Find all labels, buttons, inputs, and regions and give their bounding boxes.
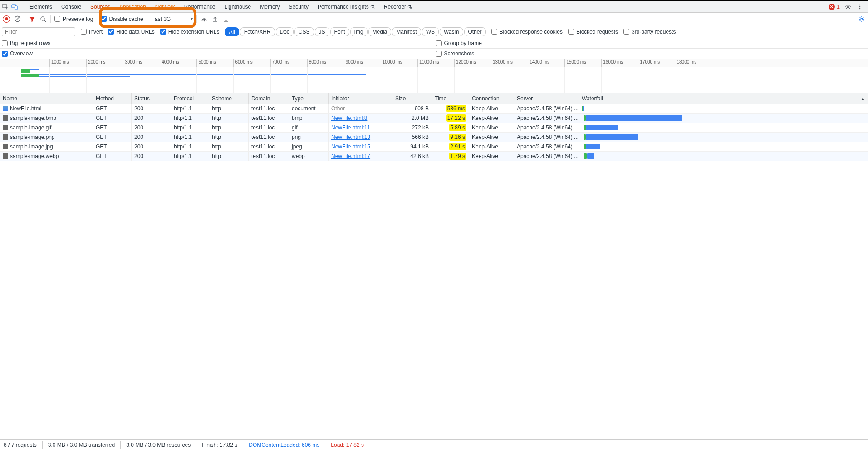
file-name: NewFile.html [10, 105, 41, 112]
status-domcontentloaded: DOMContentLoaded: 606 ms [249, 442, 319, 448]
disable-cache-checkbox[interactable]: Disable cache [101, 16, 143, 22]
cell: test11.loc [249, 152, 289, 161]
filter-type-wasm[interactable]: Wasm [440, 27, 463, 36]
device-toggle-icon[interactable] [11, 3, 18, 10]
filter-type-fetch-xhr[interactable]: Fetch/XHR [240, 27, 275, 36]
filter-icon[interactable] [29, 15, 36, 23]
cell: Apache/2.4.58 (Win64) ... [514, 114, 579, 123]
cell: sample-image.jpg [0, 142, 93, 151]
column-size[interactable]: Size [392, 93, 432, 104]
column-server[interactable]: Server [514, 93, 579, 104]
filter-type-css[interactable]: CSS [294, 27, 314, 36]
table-row[interactable]: sample-image.pngGET200http/1.1httptest11… [0, 133, 868, 142]
network-settings-icon[interactable] [858, 15, 865, 23]
filter-type-media[interactable]: Media [368, 27, 392, 36]
record-button[interactable] [3, 15, 10, 23]
initiator-link[interactable]: NewFile.html:17 [331, 153, 370, 159]
filter-input[interactable] [2, 27, 75, 36]
column-waterfall[interactable]: Waterfall▲ [579, 93, 868, 104]
resource-type-filter: AllFetch/XHRDocCSSJSFontImgMediaManifest… [225, 27, 485, 36]
settings-icon[interactable] [844, 3, 852, 10]
initiator-link[interactable]: NewFile.html:11 [331, 124, 370, 131]
invert-checkbox[interactable]: Invert [81, 29, 103, 35]
clear-icon[interactable] [14, 15, 21, 23]
tab-performance[interactable]: Performance [180, 1, 220, 12]
cell: sample-image.png [0, 133, 93, 142]
hide-data-urls-checkbox[interactable]: Hide data URLs [108, 29, 155, 35]
screenshots-checkbox[interactable]: Screenshots [436, 50, 475, 57]
tab-memory[interactable]: Memory [255, 1, 284, 12]
tab-elements[interactable]: Elements [25, 1, 57, 12]
filter-type-js[interactable]: JS [315, 27, 329, 36]
waterfall-cell [579, 114, 868, 123]
throttle-select[interactable]: No throttlingFast 3GSlow 3GOffline ▾ [147, 16, 193, 22]
cell: png [289, 133, 329, 142]
filter-type-ws[interactable]: WS [422, 27, 439, 36]
big-rows-checkbox[interactable]: Big request rows [2, 40, 50, 46]
timeline-tick: 18000 ms [675, 59, 696, 67]
initiator-link[interactable]: NewFile.html:8 [331, 115, 367, 121]
tab-application[interactable]: Application [115, 1, 151, 12]
overview-checkbox[interactable]: Overview [2, 50, 33, 57]
initiator-text: Other [331, 105, 345, 112]
timeline-overview[interactable]: 1000 ms2000 ms3000 ms4000 ms5000 ms6000 … [0, 59, 868, 93]
cell: Apache/2.4.58 (Win64) ... [514, 104, 579, 113]
tab-lighthouse[interactable]: Lighthouse [220, 1, 256, 12]
column-initiator[interactable]: Initiator [329, 93, 392, 104]
column-domain[interactable]: Domain [249, 93, 289, 104]
group-frame-checkbox[interactable]: Group by frame [436, 40, 482, 46]
table-row[interactable]: sample-image.jpgGET200http/1.1httptest11… [0, 142, 868, 152]
column-name[interactable]: Name [0, 93, 93, 104]
table-row[interactable]: NewFile.htmlGET200http/1.1httptest11.loc… [0, 104, 868, 114]
filter-type-doc[interactable]: Doc [276, 27, 294, 36]
blocked-requests-checkbox[interactable]: Blocked requests [568, 29, 618, 35]
file-icon [3, 115, 8, 121]
timeline-tick: 17000 ms [638, 59, 660, 67]
tab-recorder[interactable]: Recorder ⚗ [379, 1, 417, 12]
more-icon[interactable] [856, 3, 863, 10]
tab-console[interactable]: Console [57, 1, 86, 12]
table-row[interactable]: sample-image.webpGET200http/1.1httptest1… [0, 152, 868, 161]
cell: 272 kB [392, 123, 432, 132]
timeline-tick: 9000 ms [344, 59, 363, 67]
table-row[interactable]: sample-image.bmpGET200http/1.1httptest11… [0, 114, 868, 123]
throttle-dropdown[interactable]: No throttlingFast 3GSlow 3GOffline [152, 16, 189, 22]
third-party-checkbox[interactable]: 3rd-party requests [623, 29, 676, 35]
filter-type-all[interactable]: All [225, 27, 239, 36]
status-resources: 3.0 MB / 3.0 MB resources [126, 442, 191, 448]
column-time[interactable]: Time [432, 93, 469, 104]
cell: 2.91 s [432, 142, 469, 151]
tab-security[interactable]: Security [284, 1, 313, 12]
column-connection[interactable]: Connection [469, 93, 514, 104]
filter-type-other[interactable]: Other [464, 27, 486, 36]
column-status[interactable]: Status [132, 93, 171, 104]
time-value: 1.79 s [449, 153, 466, 160]
preserve-log-checkbox[interactable]: Preserve log [54, 16, 93, 22]
initiator-link[interactable]: NewFile.html:13 [331, 134, 370, 140]
svg-line-10 [44, 20, 46, 22]
network-conditions-icon[interactable] [201, 15, 208, 23]
filter-type-manifest[interactable]: Manifest [392, 27, 421, 36]
svg-point-3 [847, 6, 849, 8]
tab-performance-insights[interactable]: Performance insights ⚗ [313, 1, 379, 12]
inspect-icon[interactable] [2, 3, 9, 10]
column-protocol[interactable]: Protocol [171, 93, 209, 104]
separator [20, 3, 20, 11]
initiator-link[interactable]: NewFile.html:15 [331, 143, 370, 150]
tab-sources[interactable]: Sources [86, 1, 115, 12]
cell: document [289, 104, 329, 113]
download-har-icon[interactable] [222, 15, 230, 23]
filter-type-img[interactable]: Img [350, 27, 368, 36]
column-scheme[interactable]: Scheme [209, 93, 249, 104]
filter-type-font[interactable]: Font [330, 27, 349, 36]
column-method[interactable]: Method [93, 93, 132, 104]
table-row[interactable]: sample-image.gifGET200http/1.1httptest11… [0, 123, 868, 133]
hide-ext-urls-checkbox[interactable]: Hide extension URLs [160, 29, 220, 35]
tab-network[interactable]: Network [151, 1, 180, 12]
cell: Apache/2.4.58 (Win64) ... [514, 142, 579, 151]
search-icon[interactable] [39, 15, 47, 23]
column-type[interactable]: Type [289, 93, 329, 104]
error-indicator[interactable]: ✕1 [829, 4, 840, 10]
blocked-cookies-checkbox[interactable]: Blocked response cookies [491, 29, 563, 35]
upload-har-icon[interactable] [211, 15, 219, 23]
